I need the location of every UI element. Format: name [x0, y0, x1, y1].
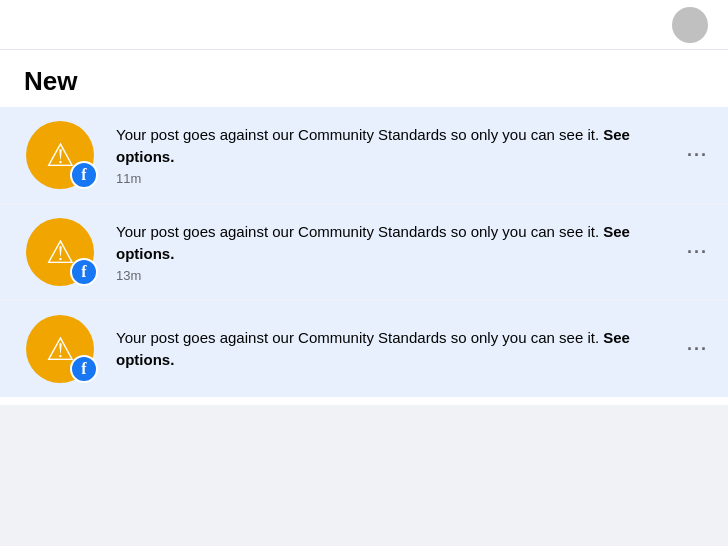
facebook-badge: f: [70, 355, 98, 383]
facebook-badge: f: [70, 161, 98, 189]
facebook-letter: f: [81, 361, 86, 377]
more-options-button[interactable]: ···: [681, 336, 714, 362]
more-options-button[interactable]: ···: [681, 239, 714, 265]
notification-item[interactable]: ⚠ f Your post goes against our Community…: [0, 107, 728, 204]
warning-icon: ⚠: [46, 236, 75, 268]
warning-icon: ⚠: [46, 139, 75, 171]
notification-icon-wrapper: ⚠ f: [16, 216, 104, 288]
notification-text: Your post goes against our Community Sta…: [116, 124, 680, 168]
more-options-button[interactable]: ···: [681, 142, 714, 168]
facebook-letter: f: [81, 264, 86, 280]
top-bar: [0, 0, 728, 50]
notification-time: 13m: [116, 268, 680, 283]
warning-icon: ⚠: [46, 333, 75, 365]
notification-text: Your post goes against our Community Sta…: [116, 221, 680, 265]
notifications-list: ⚠ f Your post goes against our Community…: [0, 107, 728, 405]
notification-content: Your post goes against our Community Sta…: [116, 221, 712, 283]
notification-text: Your post goes against our Community Sta…: [116, 327, 680, 371]
notification-cta[interactable]: See options.: [116, 223, 630, 262]
facebook-letter: f: [81, 167, 86, 183]
section-header: New: [0, 50, 728, 107]
facebook-badge: f: [70, 258, 98, 286]
notification-item[interactable]: ⚠ f Your post goes against our Community…: [0, 204, 728, 301]
notification-icon-wrapper: ⚠ f: [16, 313, 104, 385]
notification-cta[interactable]: See options.: [116, 329, 630, 368]
notification-content: Your post goes against our Community Sta…: [116, 327, 712, 371]
section-title: New: [24, 66, 77, 96]
notification-item[interactable]: ⚠ f Your post goes against our Community…: [0, 301, 728, 397]
avatar[interactable]: [672, 7, 708, 43]
notification-content: Your post goes against our Community Sta…: [116, 124, 712, 186]
notification-cta[interactable]: See options.: [116, 126, 630, 165]
notification-time: 11m: [116, 171, 680, 186]
notification-icon-wrapper: ⚠ f: [16, 119, 104, 191]
